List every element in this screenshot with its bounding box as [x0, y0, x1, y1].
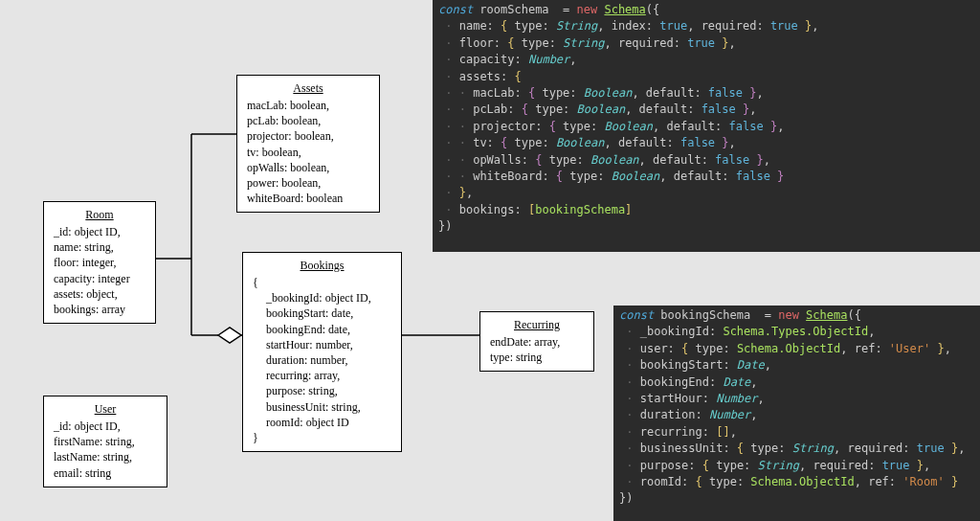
user-title: User: [54, 402, 157, 417]
assets-field: pcLab: boolean,: [247, 113, 369, 128]
assets-title: Assets: [247, 81, 369, 96]
bookings-title: Bookings: [253, 259, 391, 273]
bookings-field: businessUnit: string,: [253, 399, 391, 415]
bookings-field: purpose: string,: [253, 383, 391, 398]
room-box: Room _id: object ID, name: string, floor…: [43, 201, 156, 324]
assets-field: projector: boolean,: [247, 128, 369, 144]
room-schema-code: const roomSchema = new Schema({ · name: …: [433, 0, 980, 252]
bookings-brace: {: [253, 275, 391, 290]
room-field: capacity: integer: [54, 271, 145, 286]
user-field: email: string: [54, 465, 157, 481]
bookings-field: recurring: array,: [253, 368, 391, 383]
room-field: bookings: array: [54, 302, 145, 317]
room-field: floor: integer,: [54, 255, 145, 270]
assets-field: whiteBoard: boolean: [247, 191, 369, 206]
bookings-field: duration: number,: [253, 352, 391, 368]
user-box: User _id: object ID, firstName: string, …: [43, 396, 167, 487]
recurring-field: type: string: [490, 350, 584, 365]
svg-marker-4: [218, 328, 241, 343]
assets-field: tv: boolean,: [247, 145, 369, 160]
recurring-title: Recurring: [490, 318, 584, 332]
booking-schema-code: const bookingSchema = new Schema({ · _bo…: [613, 306, 980, 521]
assets-field: opWalls: boolean,: [247, 160, 369, 175]
room-field: assets: object,: [54, 286, 145, 302]
room-title: Room: [54, 208, 145, 222]
recurring-field: endDate: array,: [490, 334, 584, 350]
user-field: _id: object ID,: [54, 419, 157, 434]
bookings-field: bookingEnd: date,: [253, 322, 391, 337]
user-field: firstName: string,: [54, 434, 157, 449]
room-field: _id: object ID,: [54, 224, 145, 239]
bookings-field: bookingStart: date,: [253, 306, 391, 321]
bookings-field: roomId: object ID: [253, 415, 391, 430]
bookings-brace: }: [253, 430, 391, 445]
assets-field: power: boolean,: [247, 175, 369, 191]
bookings-field: startHour: number,: [253, 337, 391, 352]
recurring-box: Recurring endDate: array, type: string: [479, 311, 594, 372]
assets-box: Assets macLab: boolean, pcLab: boolean, …: [236, 75, 380, 213]
bookings-box: Bookings { _bookingId: object ID, bookin…: [242, 252, 402, 452]
bookings-field: _bookingId: object ID,: [253, 290, 391, 306]
assets-field: macLab: boolean,: [247, 98, 369, 113]
room-field: name: string,: [54, 239, 145, 255]
user-field: lastName: string,: [54, 449, 157, 464]
